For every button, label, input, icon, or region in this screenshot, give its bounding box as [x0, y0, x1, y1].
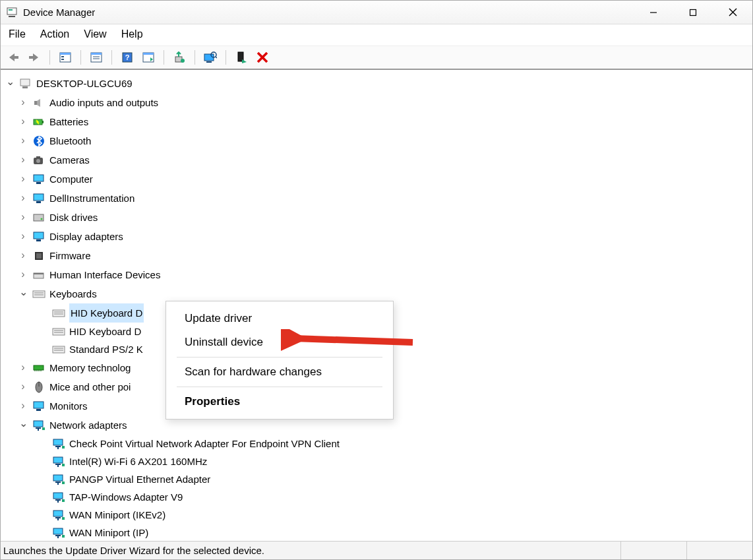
network-icon [52, 456, 65, 468]
menu-help[interactable]: Help [121, 28, 143, 40]
tree-category-label: Firmware [49, 247, 91, 264]
ctx-scan-hardware[interactable]: Scan for hardware changes [166, 360, 393, 384]
expand-icon[interactable] [18, 396, 28, 416]
expand-icon[interactable] [18, 93, 28, 112]
tree-device[interactable]: WAN Miniport (IKEv2) [5, 506, 750, 524]
toolbar-uninstall-button[interactable] [254, 49, 271, 66]
toolbar-scan-hardware-button[interactable] [202, 49, 219, 66]
disk-icon [32, 212, 45, 224]
tree-category[interactable]: Cameras [5, 150, 750, 170]
hid-icon [32, 269, 45, 281]
menu-file[interactable]: File [9, 28, 26, 40]
toolbar-properties-button[interactable] [88, 49, 105, 66]
maximize-button[interactable] [673, 1, 713, 24]
svg-rect-30 [20, 79, 30, 86]
tree-category[interactable]: Bluetooth [5, 131, 750, 150]
minimize-button[interactable] [634, 1, 673, 24]
svg-rect-60 [53, 346, 65, 353]
toolbar-forward-button[interactable] [26, 49, 43, 66]
tree-category-label: DellInstrumentation [49, 189, 135, 207]
expand-icon[interactable] [18, 246, 28, 265]
collapse-icon[interactable] [18, 284, 28, 303]
svg-rect-75 [42, 427, 45, 430]
svg-rect-43 [34, 214, 44, 221]
svg-point-44 [41, 218, 43, 220]
tree-root[interactable]: DESKTOP-ULGCU69 [5, 74, 750, 93]
svg-rect-95 [62, 517, 65, 520]
tree-category-label: Display adapters [49, 228, 123, 245]
tree-category[interactable]: Disk drives [5, 208, 750, 227]
svg-rect-46 [36, 239, 41, 241]
svg-rect-96 [53, 528, 63, 534]
keyboard-icon [32, 288, 45, 300]
tree-device[interactable]: WAN Miniport (IP) [5, 524, 750, 542]
expand-icon[interactable] [18, 265, 28, 284]
expand-icon[interactable] [18, 377, 28, 396]
expand-icon[interactable] [18, 150, 28, 170]
expand-icon[interactable] [18, 208, 28, 227]
computer-icon [32, 173, 45, 185]
toolbar-enable-device-button[interactable] [233, 49, 250, 66]
tree-category[interactable]: Batteries [5, 112, 750, 131]
tree-category[interactable]: Audio inputs and outputs [5, 93, 750, 112]
svg-rect-83 [62, 464, 65, 466]
tree-device-label: HID Keyboard D [69, 303, 144, 323]
tree-category-label: Mice and other poi [49, 378, 131, 396]
tree-device[interactable]: Intel(R) Wi-Fi 6 AX201 160MHz [5, 452, 750, 470]
expand-icon[interactable] [18, 358, 28, 377]
expand-icon[interactable] [18, 227, 28, 246]
ctx-separator [177, 387, 382, 387]
expand-icon[interactable] [5, 74, 15, 93]
svg-rect-81 [55, 464, 61, 465]
menu-view[interactable]: View [84, 28, 106, 40]
svg-rect-97 [55, 535, 61, 536]
title-bar: Device Manager [1, 1, 752, 24]
svg-rect-54 [53, 310, 65, 317]
expand-icon[interactable] [18, 131, 28, 150]
tree-device[interactable]: PANGP Virtual Ethernet Adapter [5, 470, 750, 488]
svg-rect-4 [690, 9, 696, 15]
tree-category[interactable]: Computer [5, 170, 750, 189]
audio-icon [32, 97, 45, 109]
tree-category-label: Disk drives [49, 208, 98, 226]
tree-device[interactable]: TAP-Windows Adapter V9 [5, 488, 750, 506]
ctx-properties[interactable]: Properties [166, 390, 393, 414]
app-icon [6, 7, 18, 18]
toolbar-back-button[interactable] [5, 49, 22, 66]
toolbar-update-driver-button[interactable] [171, 49, 188, 66]
tree-category[interactable]: Firmware [5, 246, 750, 265]
expand-icon[interactable] [18, 170, 28, 189]
ctx-uninstall-device[interactable]: Uninstall device [166, 330, 393, 354]
ctx-separator [177, 357, 382, 358]
status-cell [686, 542, 752, 559]
bluetooth-icon [32, 135, 45, 147]
tree-category[interactable]: DellInstrumentation [5, 189, 750, 208]
expand-icon[interactable] [18, 112, 28, 131]
svg-rect-50 [34, 273, 44, 274]
expand-icon[interactable] [18, 189, 28, 208]
svg-rect-77 [55, 446, 61, 447]
toolbar-actions-button[interactable] [140, 49, 157, 66]
tree-device-label: WAN Miniport (IP) [69, 524, 148, 542]
toolbar-show-hide-tree-button[interactable] [57, 49, 74, 66]
ctx-update-driver[interactable]: Update driver [166, 307, 393, 330]
svg-rect-71 [36, 409, 41, 411]
monitor-icon [32, 400, 45, 412]
svg-rect-24 [206, 61, 212, 63]
svg-rect-92 [53, 511, 63, 516]
tree-device-label: HID Keyboard D [69, 323, 141, 340]
tree-category[interactable]: Display adapters [5, 227, 750, 246]
svg-rect-76 [53, 439, 63, 445]
tree-device-label: PANGP Virtual Ethernet Adapter [69, 470, 210, 488]
svg-rect-38 [36, 156, 40, 158]
tree-category-label: Cameras [49, 151, 90, 169]
collapse-icon[interactable] [18, 416, 28, 435]
menu-action[interactable]: Action [40, 28, 69, 40]
close-button[interactable] [713, 1, 752, 24]
tree-device[interactable]: Check Point Virtual Network Adapter For … [5, 435, 750, 452]
monitor-icon [32, 231, 45, 243]
tree-category[interactable]: Human Interface Devices [5, 265, 750, 284]
svg-rect-88 [53, 493, 63, 499]
svg-rect-51 [33, 291, 45, 297]
toolbar-help-button[interactable]: ? [119, 49, 136, 66]
